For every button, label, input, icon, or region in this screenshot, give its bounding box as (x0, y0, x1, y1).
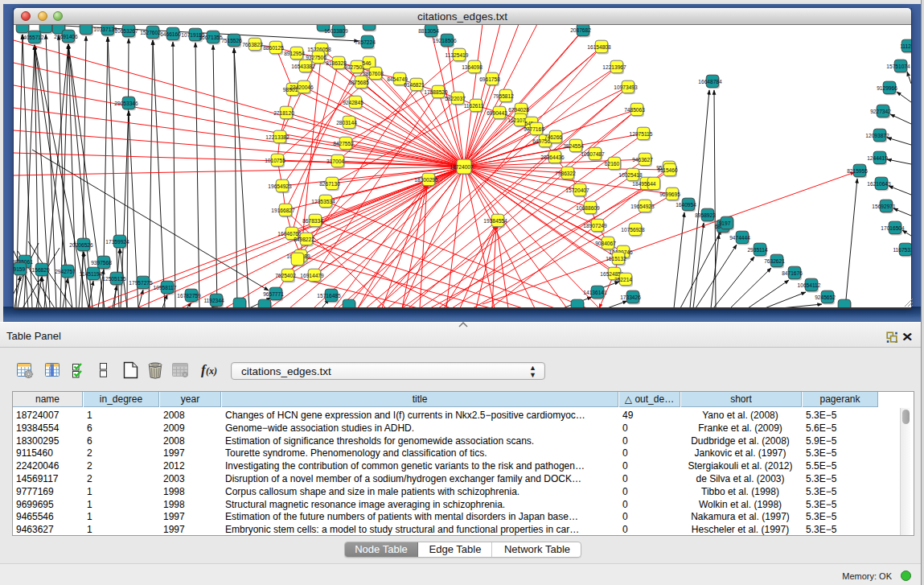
svg-text:16648784: 16648784 (698, 79, 722, 84)
svg-text:19384554: 19384554 (483, 218, 507, 224)
svg-text:1527602: 1527602 (140, 30, 161, 35)
svg-text:18724007: 18724007 (450, 164, 474, 170)
svg-text:18300295: 18300295 (414, 177, 438, 183)
svg-text:8912954: 8912954 (284, 51, 305, 56)
svg-text:9129966: 9129966 (877, 85, 897, 91)
svg-text:8813054: 8813054 (418, 28, 439, 34)
svg-text:9146821: 9146821 (404, 82, 425, 88)
svg-text:17957275: 17957275 (129, 280, 153, 286)
svg-text:7625402: 7625402 (275, 273, 296, 278)
svg-text:20206526: 20206526 (69, 242, 93, 248)
svg-text:11451194: 11451194 (80, 271, 103, 277)
svg-text:2942757: 2942757 (55, 269, 76, 274)
svg-text:7857224: 7857224 (355, 39, 376, 45)
svg-text:7485063: 7485063 (624, 107, 645, 113)
svg-text:8471676: 8471676 (782, 270, 803, 276)
svg-text:2087682: 2087682 (570, 27, 591, 33)
svg-text:6961758: 6961758 (479, 76, 500, 82)
svg-text:9197: 9197 (719, 220, 731, 226)
svg-text:12213967: 12213967 (602, 64, 626, 70)
svg-text:1156829: 1156829 (29, 267, 50, 273)
svg-text:16671355: 16671355 (199, 35, 223, 40)
svg-text:12975115: 12975115 (630, 131, 653, 137)
svg-text:9397568: 9397568 (91, 260, 112, 266)
svg-text:12353534: 12353534 (311, 199, 335, 204)
svg-text:10688609: 10688609 (576, 205, 600, 211)
svg-text:10958117: 10958117 (154, 285, 177, 290)
svg-text:(x): (x) (206, 365, 217, 377)
svg-text:9657771: 9657771 (263, 291, 284, 297)
svg-text:8498222: 8498222 (294, 237, 314, 242)
svg-text:16046766: 16046766 (277, 231, 302, 237)
svg-text:15720407: 15720407 (565, 187, 589, 193)
svg-text:62160: 62160 (605, 161, 620, 167)
svg-text:2935114: 2935114 (747, 247, 768, 253)
svg-text:1364098: 1364098 (462, 64, 483, 70)
svg-text:17359924: 17359924 (105, 239, 129, 245)
svg-text:6794028: 6794028 (508, 107, 529, 113)
svg-text:1112: 1112 (900, 43, 911, 49)
svg-text:12505135: 12505135 (102, 276, 126, 282)
svg-text:3875685: 3875685 (348, 80, 369, 85)
svg-text:7986322: 7986322 (555, 171, 576, 176)
svg-text:20691406: 20691406 (54, 34, 78, 39)
svg-text:14136141: 14136141 (583, 290, 607, 295)
svg-text:23420046: 23420046 (290, 84, 314, 90)
svg-text:16782759: 16782759 (177, 293, 201, 299)
svg-text:1615132: 1615132 (606, 256, 626, 262)
svg-text:252214: 252214 (614, 277, 632, 282)
svg-text:15751074: 15751074 (886, 64, 910, 69)
svg-text:10025418: 10025418 (618, 172, 643, 178)
svg-text:2803144: 2803144 (336, 120, 357, 126)
svg-text:16543382: 16543382 (291, 64, 315, 69)
svg-text:1167533: 1167533 (893, 247, 911, 253)
svg-text:7955812: 7955812 (493, 93, 514, 99)
svg-text:15692971: 15692971 (872, 204, 896, 209)
svg-text:9242845: 9242845 (343, 100, 363, 105)
svg-text:9777169: 9777169 (524, 126, 544, 132)
svg-text:10653267: 10653267 (114, 28, 138, 34)
svg-text:9245652: 9245652 (815, 295, 836, 300)
svg-text:1192344: 1192344 (203, 298, 224, 303)
svg-text:19218506: 19218506 (433, 38, 457, 43)
svg-text:2867608: 2867608 (363, 71, 384, 76)
svg-text:644: 644 (647, 181, 655, 187)
svg-text:16210643: 16210643 (867, 181, 891, 187)
svg-text:1010755: 1010755 (265, 158, 285, 163)
svg-text:8678334: 8678334 (302, 218, 323, 224)
svg-text:9227342: 9227342 (870, 109, 891, 114)
svg-text:29053346: 29053346 (114, 101, 138, 106)
svg-text:9115460: 9115460 (657, 167, 678, 173)
svg-text:8215955: 8215955 (847, 168, 868, 174)
svg-text:12093872: 12093872 (865, 133, 889, 138)
svg-text:1640954: 1640954 (676, 202, 696, 208)
svg-text:19166827: 19166827 (271, 208, 295, 213)
svg-text:10756928: 10756928 (621, 227, 645, 233)
svg-text:3824554: 3824554 (563, 143, 584, 149)
svg-text:746266: 746266 (544, 134, 562, 140)
svg-text:16033809: 16033809 (324, 28, 348, 34)
svg-text:7663822: 7663822 (242, 42, 263, 47)
svg-text:11325419: 11325419 (446, 52, 469, 58)
svg-text:546: 546 (362, 60, 371, 66)
svg-text:7632621: 7632621 (764, 258, 785, 264)
svg-text:19654923: 19654923 (268, 183, 292, 189)
svg-text:6990443: 6990443 (487, 110, 507, 116)
svg-text:8958923: 8958923 (695, 212, 716, 218)
svg-text:12213382: 12213382 (265, 134, 290, 140)
svg-text:7515526: 7515526 (221, 38, 242, 43)
svg-text:8267130: 8267130 (319, 181, 340, 187)
svg-text:9084067: 9084067 (595, 241, 616, 246)
svg-text:39159: 39159 (14, 266, 25, 272)
svg-text:17588520: 17588520 (424, 89, 448, 95)
svg-text:317004: 317004 (326, 159, 344, 164)
svg-text:1244419: 1244419 (867, 155, 888, 161)
svg-text:1733426: 1733426 (620, 295, 641, 300)
svg-text:8427552: 8427552 (333, 141, 354, 146)
svg-text:9699695: 9699695 (659, 192, 680, 197)
svg-text:5822037: 5822037 (445, 96, 466, 101)
svg-text:9463627: 9463627 (632, 157, 653, 163)
svg-text:8860125: 8860125 (263, 45, 284, 51)
svg-text:15716485: 15716485 (317, 293, 341, 299)
svg-text:1162611: 1162611 (464, 103, 484, 109)
